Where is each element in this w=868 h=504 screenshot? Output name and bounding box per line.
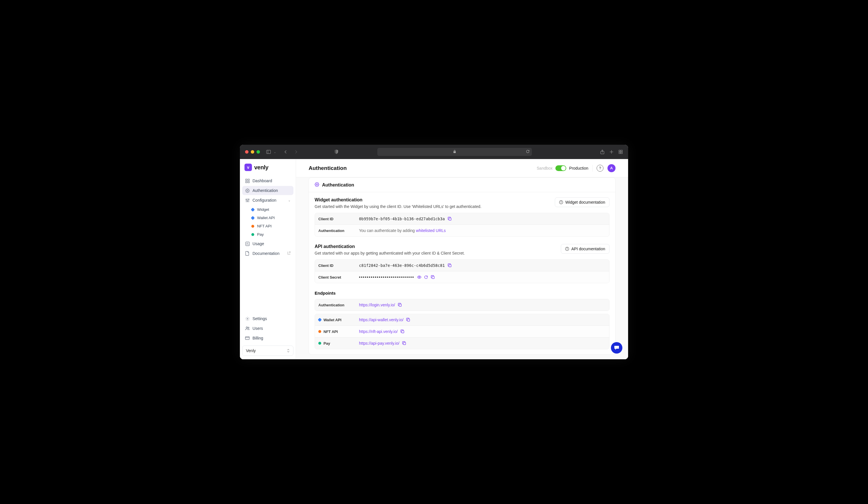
sidebar-menu-caret-icon[interactable]: ⌄ <box>274 150 276 154</box>
external-link-icon <box>287 251 291 256</box>
endpoint-url[interactable]: https://nft-api.venly.io/ <box>359 329 397 334</box>
lock-icon <box>453 150 456 154</box>
sidebar-item-pay[interactable]: Pay <box>248 230 293 239</box>
svg-point-40 <box>419 276 420 278</box>
document-icon <box>245 251 250 256</box>
copy-icon[interactable] <box>401 329 404 334</box>
sidebar-toggle-icon[interactable] <box>266 150 271 154</box>
auth-prefix: You can authenticate by adding <box>359 228 416 233</box>
table-row: Client ID c81f2842-ba7e-463e-896c-c4b6d5… <box>315 260 609 271</box>
svg-rect-7 <box>621 150 622 151</box>
org-selector[interactable]: Venly <box>242 346 293 356</box>
address-bar[interactable] <box>377 148 532 156</box>
sidebar-item-billing[interactable]: Billing <box>242 334 293 343</box>
sidebar-item-users[interactable]: Users <box>242 324 293 333</box>
sidebar-label: Documentation <box>252 251 279 256</box>
sidebar-label: NFT API <box>257 224 272 228</box>
avatar[interactable]: A <box>608 164 616 172</box>
maximize-window-button[interactable] <box>257 150 260 154</box>
sidebar-item-wallet-api[interactable]: Wallet API <box>248 214 293 222</box>
svg-point-31 <box>316 184 318 185</box>
endpoint-url[interactable]: https://login.venly.io/ <box>359 303 395 307</box>
sidebar-label: Pay <box>257 232 264 237</box>
app-shell: v venly Dashboard Authentication <box>240 159 628 359</box>
endpoint-label-cell: NFT API <box>315 326 355 337</box>
sidebar-item-nft-api[interactable]: NFT API <box>248 222 293 230</box>
shield-icon[interactable] <box>334 150 339 154</box>
endpoint-label: NFT API <box>323 329 338 334</box>
tabs-overview-icon[interactable] <box>618 150 623 154</box>
environment-toggle[interactable] <box>555 165 566 171</box>
card-header: Authentication <box>309 178 615 192</box>
whitelisted-urls-link[interactable]: whitelisted URLs <box>416 228 446 233</box>
chat-widget-button[interactable] <box>611 342 622 354</box>
client-secret-value: •••••••••••••••••••••••••••• <box>359 275 414 280</box>
minimize-window-button[interactable] <box>251 150 254 154</box>
api-client-id-value: c81f2842-ba7e-463e-896c-c4b6d5d58c81 <box>359 263 445 268</box>
sidebar-label: Billing <box>252 336 263 340</box>
table-row: Wallet API https://api-wallet.venly.io/ <box>315 314 609 326</box>
svg-point-26 <box>247 318 248 319</box>
environment-toggle-group: Sandbox Production <box>537 165 588 171</box>
table-row: Client Secret ••••••••••••••••••••••••••… <box>315 271 609 283</box>
sidebar-item-settings[interactable]: Settings <box>242 314 293 323</box>
sidebar-item-authentication[interactable]: Authentication <box>242 186 293 195</box>
usage-icon <box>245 241 250 246</box>
api-doc-button[interactable]: API documentation <box>561 244 609 254</box>
authentication-value-cell: You can authenticate by adding whitelist… <box>355 225 609 236</box>
help-button[interactable]: ? <box>597 165 603 172</box>
copy-icon[interactable] <box>448 217 452 221</box>
client-id-value: 0b959b7e-bf05-4b1b-b136-ed27abd1cb3a <box>359 217 445 221</box>
api-auth-header: API authentication Get started with our … <box>314 244 609 255</box>
svg-rect-12 <box>246 181 247 183</box>
table-row: NFT API https://nft-api.venly.io/ <box>315 326 609 337</box>
sidebar-label: Configuration <box>252 198 276 202</box>
endpoint-url[interactable]: https://api-pay.venly.io/ <box>359 341 399 346</box>
settings-icon <box>245 316 250 321</box>
svg-point-18 <box>246 199 247 200</box>
sidebar-item-usage[interactable]: Usage <box>242 239 293 248</box>
main-area: Authentication Sandbox Production ? A <box>296 159 628 359</box>
pay-dot-icon <box>318 342 321 345</box>
api-auth-desc: Get started with our apps by getting aut… <box>314 251 465 255</box>
svg-rect-9 <box>621 152 622 154</box>
sidebar-item-documentation[interactable]: Documentation <box>242 249 293 258</box>
endpoint-value-cell: https://nft-api.venly.io/ <box>355 326 609 337</box>
endpoint-url[interactable]: https://api-wallet.venly.io/ <box>359 317 403 322</box>
traffic-lights <box>245 150 260 154</box>
widget-auth-table: Client ID 0b959b7e-bf05-4b1b-b136-ed27ab… <box>314 213 609 237</box>
sidebar-label: Usage <box>252 241 264 246</box>
configuration-submenu: Widget Wallet API NFT API Pay <box>242 206 293 239</box>
copy-icon[interactable] <box>398 303 402 307</box>
regenerate-icon[interactable] <box>424 275 428 279</box>
close-window-button[interactable] <box>245 150 248 154</box>
reveal-icon[interactable] <box>417 275 421 279</box>
copy-icon[interactable] <box>448 263 452 267</box>
copy-icon[interactable] <box>431 275 435 279</box>
sidebar-item-dashboard[interactable]: Dashboard <box>242 176 293 185</box>
sidebar-label: Dashboard <box>252 178 272 183</box>
nav-back-icon[interactable] <box>283 150 288 154</box>
copy-icon[interactable] <box>402 341 406 345</box>
client-secret-label: Client Secret <box>315 271 355 283</box>
copy-icon[interactable] <box>406 318 410 322</box>
sidebar-item-widget[interactable]: Widget <box>248 206 293 214</box>
app-window: ⌄ <box>240 145 628 359</box>
svg-rect-10 <box>246 179 247 180</box>
chevron-down-icon: ⌄ <box>288 199 291 202</box>
sidebar-item-configuration[interactable]: Configuration ⌄ <box>242 196 293 205</box>
svg-point-34 <box>561 201 561 201</box>
brand-logo[interactable]: v venly <box>242 164 293 176</box>
chevron-updown-icon <box>287 349 290 353</box>
widget-doc-button[interactable]: Widget documentation <box>555 197 609 207</box>
reload-icon[interactable] <box>526 150 530 154</box>
svg-rect-8 <box>619 152 620 154</box>
endpoint-label: Pay <box>323 341 330 346</box>
brand-mark-icon: v <box>245 164 252 171</box>
api-client-id-label: Client ID <box>315 260 355 271</box>
share-icon[interactable] <box>600 150 604 154</box>
table-row: Client ID 0b959b7e-bf05-4b1b-b136-ed27ab… <box>315 213 609 225</box>
svg-rect-44 <box>402 330 404 333</box>
api-auth-title: API authentication <box>314 244 465 249</box>
new-tab-icon[interactable] <box>609 150 614 154</box>
